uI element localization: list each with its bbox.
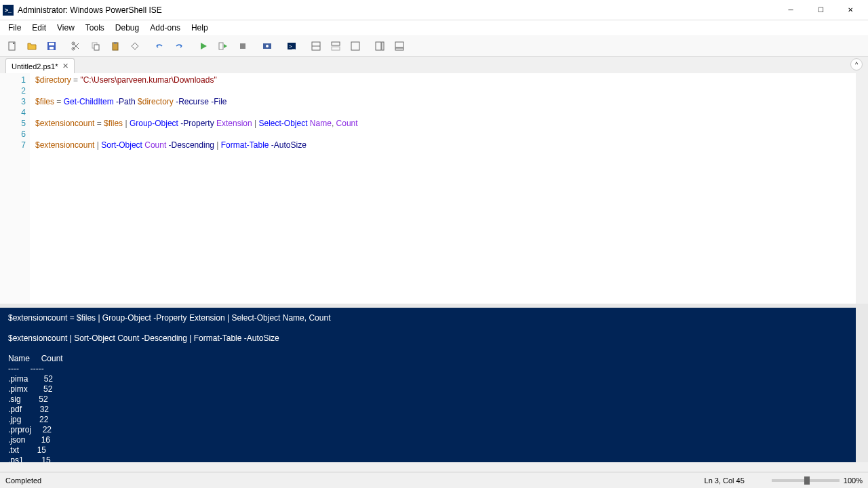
zoom-control: 100% [772, 476, 863, 485]
copy-button[interactable] [86, 37, 105, 56]
show-script-button[interactable] [307, 37, 326, 56]
menu-view[interactable]: View [52, 22, 80, 34]
minimize-button[interactable]: ─ [776, 1, 806, 20]
svg-rect-24 [395, 48, 403, 50]
svg-rect-7 [94, 45, 99, 50]
open-button[interactable] [22, 37, 41, 56]
paste-button[interactable] [106, 37, 125, 56]
svg-rect-23 [395, 42, 403, 47]
show-command-button[interactable] [370, 37, 389, 56]
cut-button[interactable] [66, 37, 85, 56]
menu-debug[interactable]: Debug [110, 22, 144, 34]
show-command-addon-button[interactable] [390, 37, 409, 56]
tab-label: Untitled2.ps1* [12, 62, 58, 70]
menu-edit[interactable]: Edit [26, 22, 52, 34]
save-button[interactable] [42, 37, 61, 56]
run-button[interactable] [194, 37, 213, 56]
console-scrollbar[interactable] [856, 308, 868, 462]
svg-text:>_: >_ [289, 43, 296, 49]
tab-close-icon[interactable]: ✕ [62, 62, 68, 70]
svg-rect-18 [332, 42, 340, 45]
tabbar: Untitled2.ps1* ✕ ^ [0, 57, 868, 73]
window-title: Administrator: Windows PowerShell ISE [18, 5, 776, 15]
stop-button[interactable] [233, 37, 252, 56]
code-area[interactable]: $directory = "C:\Users\parveen.kumar\Dow… [30, 73, 856, 304]
svg-rect-3 [50, 47, 54, 49]
bottom-scrollbar[interactable] [0, 462, 868, 472]
toolbar: >_ [0, 35, 868, 57]
close-button[interactable]: ✕ [835, 1, 865, 20]
script-editor[interactable]: 1234567 $directory = "C:\Users\parveen.k… [0, 73, 868, 304]
new-button[interactable] [3, 37, 22, 56]
menu-addons[interactable]: Add-ons [144, 22, 186, 34]
svg-point-13 [266, 45, 269, 47]
clear-button[interactable] [125, 37, 144, 56]
titlebar: >_ Administrator: Windows PowerShell ISE… [0, 0, 868, 20]
console-pane[interactable]: $extensioncount = $files | Group-Object … [0, 308, 868, 462]
app-icon: >_ [3, 5, 14, 16]
menu-tools[interactable]: Tools [80, 22, 110, 34]
svg-rect-19 [332, 47, 340, 50]
editor-scrollbar[interactable] [856, 73, 868, 304]
maximize-button[interactable]: ☐ [806, 1, 835, 20]
menubar: File Edit View Tools Debug Add-ons Help [0, 20, 868, 35]
remote-button[interactable] [258, 37, 277, 56]
statusbar: Completed Ln 3, Col 45 100% [0, 472, 868, 488]
svg-rect-2 [49, 43, 54, 45]
zoom-slider[interactable] [772, 479, 840, 482]
zoom-level: 100% [844, 476, 863, 485]
svg-rect-21 [376, 42, 381, 50]
redo-button[interactable] [170, 37, 189, 56]
status-message: Completed [5, 476, 705, 485]
cursor-position: Ln 3, Col 45 [705, 476, 745, 485]
svg-rect-20 [351, 42, 359, 50]
show-script-max-button[interactable] [346, 37, 365, 56]
collapse-script-button[interactable]: ^ [850, 58, 863, 70]
menu-file[interactable]: File [3, 22, 26, 34]
menu-help[interactable]: Help [186, 22, 214, 34]
svg-rect-11 [240, 43, 245, 49]
line-gutter: 1234567 [0, 73, 30, 304]
svg-rect-9 [114, 42, 117, 44]
undo-button[interactable] [150, 37, 169, 56]
run-selection-button[interactable] [214, 37, 233, 56]
window-controls: ─ ☐ ✕ [776, 1, 865, 20]
show-script-top-button[interactable] [326, 37, 345, 56]
svg-rect-22 [382, 42, 384, 50]
powershell-button[interactable]: >_ [282, 37, 301, 56]
svg-rect-10 [219, 43, 223, 49]
tab-untitled[interactable]: Untitled2.ps1* ✕ [5, 58, 75, 73]
